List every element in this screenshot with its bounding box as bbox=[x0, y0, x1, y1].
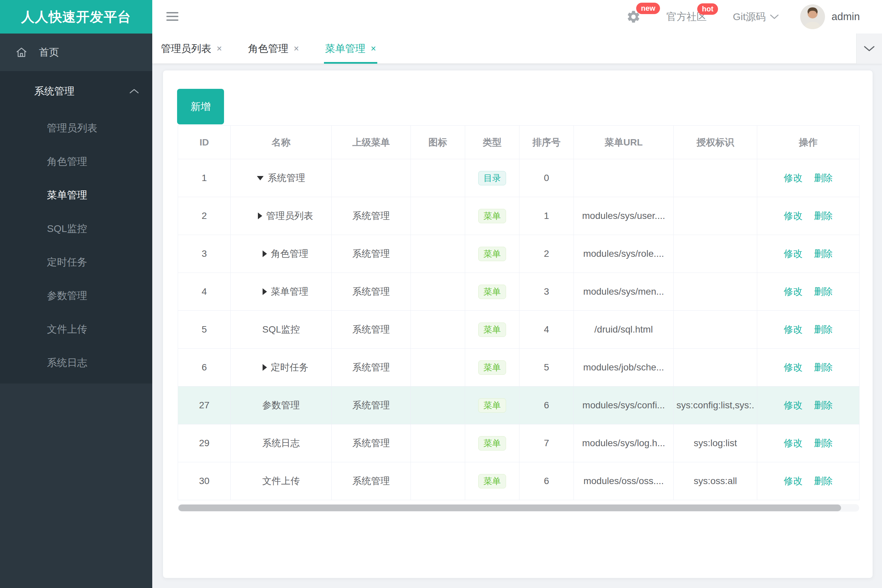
collapse-arrow-icon[interactable] bbox=[257, 176, 264, 180]
cell-actions: 修改删除 bbox=[757, 349, 859, 387]
table-row-29[interactable]: 29系统日志系统管理菜单7modules/sys/log.h...sys:log… bbox=[178, 424, 859, 462]
cell-url: modules/job/sche... bbox=[574, 349, 674, 387]
cell-url: /druid/sql.html bbox=[574, 311, 674, 349]
menu-name: 定时任务 bbox=[271, 361, 308, 374]
cell-name: 角色管理 bbox=[231, 235, 332, 273]
tab-close-icon[interactable]: × bbox=[371, 44, 376, 54]
cell-url bbox=[574, 159, 674, 197]
table-row-6[interactable]: 6定时任务系统管理菜单5modules/job/sche...修改删除 bbox=[178, 349, 859, 387]
cell-parent: 系统管理 bbox=[332, 311, 411, 349]
sidebar-item-0[interactable]: 管理员列表 bbox=[0, 111, 152, 145]
home-icon bbox=[15, 46, 28, 59]
delete-link[interactable]: 删除 bbox=[814, 286, 833, 297]
delete-link[interactable]: 删除 bbox=[814, 324, 833, 334]
edit-link[interactable]: 修改 bbox=[784, 324, 802, 334]
sidebar-section-system[interactable]: 系统管理 bbox=[0, 71, 152, 111]
delete-link[interactable]: 删除 bbox=[814, 362, 833, 372]
type-badge-catalog: 目录 bbox=[478, 171, 506, 185]
chevron-down-icon bbox=[864, 45, 875, 52]
cell-name: SQL监控 bbox=[231, 311, 332, 349]
cell-actions: 修改删除 bbox=[757, 159, 859, 197]
git-source-label: Git源码 bbox=[733, 10, 766, 24]
edit-link[interactable]: 修改 bbox=[784, 286, 802, 297]
cell-perms: sys:oss:all bbox=[674, 462, 757, 500]
add-button[interactable]: 新增 bbox=[177, 89, 224, 124]
table-row-27[interactable]: 27参数管理系统管理菜单6modules/sys/confi...sys:con… bbox=[178, 387, 859, 424]
expand-arrow-icon[interactable] bbox=[263, 250, 267, 257]
edit-link[interactable]: 修改 bbox=[784, 172, 802, 183]
table-row-1[interactable]: 1系统管理目录0修改删除 bbox=[178, 159, 859, 197]
expand-arrow-icon[interactable] bbox=[258, 213, 262, 219]
sidebar-item-6[interactable]: 文件上传 bbox=[0, 312, 152, 346]
sidebar-item-4[interactable]: 定时任务 bbox=[0, 245, 152, 279]
chevron-up-icon bbox=[129, 88, 139, 94]
cell-parent: 系统管理 bbox=[332, 235, 411, 273]
cell-icon bbox=[411, 462, 465, 500]
menu-name: SQL监控 bbox=[262, 323, 300, 336]
cell-perms bbox=[674, 311, 757, 349]
delete-link[interactable]: 删除 bbox=[814, 400, 833, 410]
delete-link[interactable]: 删除 bbox=[814, 248, 833, 259]
edit-link[interactable]: 修改 bbox=[784, 438, 802, 448]
tab-close-icon[interactable]: × bbox=[294, 44, 299, 54]
type-badge-menu: 菜单 bbox=[478, 474, 506, 488]
cell-perms bbox=[674, 235, 757, 273]
cell-order: 6 bbox=[520, 462, 574, 500]
user-avatar[interactable] bbox=[800, 4, 825, 29]
cell-order: 7 bbox=[520, 424, 574, 462]
edit-link[interactable]: 修改 bbox=[784, 362, 802, 372]
edit-link[interactable]: 修改 bbox=[784, 476, 802, 486]
cell-type: 菜单 bbox=[465, 311, 520, 349]
menu-name: 系统管理 bbox=[267, 172, 305, 184]
expand-arrow-icon[interactable] bbox=[263, 288, 267, 295]
cell-actions: 修改删除 bbox=[757, 311, 859, 349]
table-row-2[interactable]: 2管理员列表系统管理菜单1modules/sys/user....修改删除 bbox=[178, 197, 859, 235]
menu-name: 文件上传 bbox=[262, 475, 300, 488]
menu-name: 管理员列表 bbox=[266, 210, 313, 222]
cell-type: 菜单 bbox=[465, 424, 520, 462]
cell-perms: sys:log:list bbox=[674, 424, 757, 462]
settings-button[interactable]: new bbox=[626, 9, 641, 24]
sidebar-item-5[interactable]: 参数管理 bbox=[0, 279, 152, 312]
tab-close-icon[interactable]: × bbox=[216, 44, 222, 54]
type-badge-menu: 菜单 bbox=[478, 398, 506, 412]
table-row-4[interactable]: 4菜单管理系统管理菜单3modules/sys/men...修改删除 bbox=[178, 273, 859, 311]
cell-icon bbox=[411, 311, 465, 349]
delete-link[interactable]: 删除 bbox=[814, 172, 833, 183]
table-row-3[interactable]: 3角色管理系统管理菜单2modules/sys/role....修改删除 bbox=[178, 235, 859, 273]
edit-link[interactable]: 修改 bbox=[784, 210, 802, 221]
app-window: 人人快速开发平台 new 官方社区 hot Git源码 bbox=[0, 0, 882, 588]
expand-arrow-icon[interactable] bbox=[263, 364, 267, 371]
cell-parent: 系统管理 bbox=[332, 387, 411, 424]
type-badge-menu: 菜单 bbox=[478, 436, 506, 450]
cell-id: 1 bbox=[178, 159, 231, 197]
git-source-menu[interactable]: Git源码 bbox=[733, 10, 778, 24]
hot-badge: hot bbox=[697, 3, 718, 15]
username[interactable]: admin bbox=[832, 11, 860, 23]
cell-name: 定时任务 bbox=[231, 349, 332, 387]
tab-2[interactable]: 菜单管理× bbox=[325, 33, 376, 64]
delete-link[interactable]: 删除 bbox=[814, 210, 833, 221]
horizontal-scrollbar-thumb[interactable] bbox=[179, 504, 841, 511]
table-row-30[interactable]: 30文件上传系统管理菜单6modules/oss/oss....sys:oss:… bbox=[178, 462, 859, 500]
delete-link[interactable]: 删除 bbox=[814, 476, 833, 486]
menu-toggle-icon[interactable] bbox=[166, 10, 179, 24]
tab-1[interactable]: 角色管理× bbox=[248, 33, 299, 64]
cell-order: 1 bbox=[520, 197, 574, 235]
community-link[interactable]: 官方社区 hot bbox=[666, 10, 706, 24]
cell-url: modules/sys/men... bbox=[574, 273, 674, 311]
sidebar-item-7[interactable]: 系统日志 bbox=[0, 346, 152, 380]
menu-name: 菜单管理 bbox=[271, 285, 308, 298]
edit-link[interactable]: 修改 bbox=[784, 248, 802, 259]
sidebar-item-1[interactable]: 角色管理 bbox=[0, 145, 152, 178]
col-icon: 图标 bbox=[411, 126, 465, 159]
table-row-5[interactable]: 5SQL监控系统管理菜单4/druid/sql.html修改删除 bbox=[178, 311, 859, 349]
sidebar-item-home[interactable]: 首页 bbox=[0, 33, 152, 71]
tabs-collapse-button[interactable] bbox=[856, 33, 882, 64]
tab-0[interactable]: 管理员列表× bbox=[161, 33, 222, 64]
delete-link[interactable]: 删除 bbox=[814, 438, 833, 448]
sidebar-item-2[interactable]: 菜单管理 bbox=[0, 178, 152, 212]
edit-link[interactable]: 修改 bbox=[784, 400, 802, 410]
tabs: 管理员列表×角色管理×菜单管理× bbox=[161, 33, 402, 64]
sidebar-item-3[interactable]: SQL监控 bbox=[0, 212, 152, 245]
